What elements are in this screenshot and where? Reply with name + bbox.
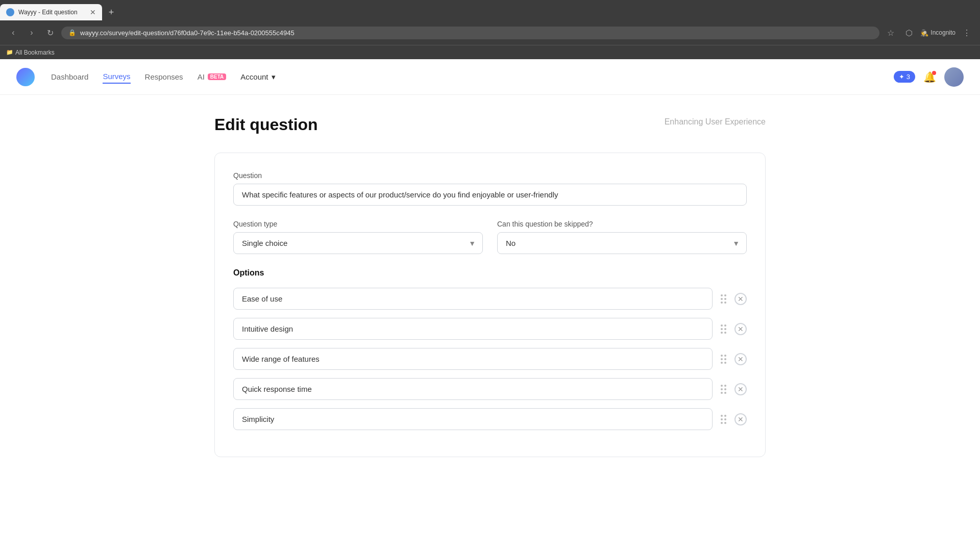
skip-col: Can this question be skipped? No Yes ▼ bbox=[497, 220, 747, 254]
options-title: Options bbox=[233, 268, 747, 278]
nav-ai-label: AI bbox=[198, 72, 205, 81]
nav-links: Dashboard Surveys Responses AI BETA Acco… bbox=[51, 70, 894, 84]
address-bar[interactable]: 🔒 wayyy.co/survey/edit-question/d76f0da0… bbox=[61, 27, 879, 39]
option-input-1[interactable] bbox=[233, 288, 713, 310]
browser-chrome: Wayyy - Edit question ✕ + ‹ › ↻ 🔒 wayyy.… bbox=[0, 0, 980, 59]
points-count: 3 bbox=[906, 73, 910, 81]
drag-handle-1[interactable] bbox=[719, 292, 728, 306]
page-title: Edit question bbox=[214, 115, 318, 134]
refresh-button[interactable]: ↻ bbox=[43, 26, 57, 40]
nav-responses[interactable]: Responses bbox=[145, 70, 183, 83]
nav-surveys[interactable]: Surveys bbox=[103, 70, 130, 84]
question-type-label: Question type bbox=[233, 220, 483, 228]
menu-icon[interactable]: ⋮ bbox=[960, 26, 974, 40]
points-badge[interactable]: ✦ 3 bbox=[894, 71, 915, 83]
page-header: Edit question Enhancing User Experience bbox=[214, 115, 766, 134]
beta-badge: BETA bbox=[208, 73, 226, 80]
new-tab-button[interactable]: + bbox=[104, 5, 118, 19]
app-container: Dashboard Surveys Responses AI BETA Acco… bbox=[0, 59, 980, 551]
remove-icon: ✕ bbox=[738, 325, 744, 333]
notification-dot bbox=[932, 71, 936, 75]
drag-dots bbox=[721, 324, 726, 334]
skip-label: Can this question be skipped? bbox=[497, 220, 747, 228]
remove-option-button-1[interactable]: ✕ bbox=[734, 293, 747, 305]
option-input-5[interactable] bbox=[233, 408, 713, 430]
drag-handle-2[interactable] bbox=[719, 322, 728, 336]
nav-dashboard[interactable]: Dashboard bbox=[51, 70, 88, 83]
nav-ai[interactable]: AI BETA bbox=[198, 70, 227, 83]
account-chevron-icon: ▾ bbox=[272, 72, 276, 82]
bookmarks-label: All Bookmarks bbox=[15, 49, 55, 56]
active-tab[interactable]: Wayyy - Edit question ✕ bbox=[0, 4, 102, 20]
extensions-icon[interactable]: ⬡ bbox=[902, 26, 916, 40]
form-card: Question Question type Single choice Mul… bbox=[214, 153, 766, 457]
nav-actions: ✦ 3 🔔 bbox=[894, 67, 964, 87]
options-list: ✕ ✕ ✕ ✕ bbox=[233, 288, 747, 430]
option-input-3[interactable] bbox=[233, 348, 713, 370]
remove-icon: ✕ bbox=[738, 385, 744, 393]
drag-handle-3[interactable] bbox=[719, 353, 728, 366]
nav-bar: Dashboard Surveys Responses AI BETA Acco… bbox=[0, 59, 980, 95]
drag-handle-5[interactable] bbox=[719, 413, 728, 426]
browser-toolbar: ‹ › ↻ 🔒 wayyy.co/survey/edit-question/d7… bbox=[0, 20, 980, 45]
incognito-icon: 🕵 bbox=[920, 29, 928, 37]
main-content: Edit question Enhancing User Experience … bbox=[184, 95, 796, 478]
remove-icon: ✕ bbox=[738, 295, 744, 303]
form-options-row: Question type Single choice Multiple cho… bbox=[233, 220, 747, 254]
option-row: ✕ bbox=[233, 408, 747, 430]
bookmarks-bar: 📁 All Bookmarks bbox=[0, 45, 980, 59]
option-row: ✕ bbox=[233, 288, 747, 310]
url-display: wayyy.co/survey/edit-question/d76f0da0-7… bbox=[80, 29, 872, 37]
drag-dots bbox=[721, 385, 726, 394]
nav-account[interactable]: Account ▾ bbox=[240, 70, 275, 84]
toolbar-actions: ☆ ⬡ 🕵 Incognito ⋮ bbox=[884, 26, 974, 40]
incognito-label: Incognito bbox=[930, 29, 955, 36]
tab-title: Wayyy - Edit question bbox=[18, 9, 78, 16]
question-type-wrapper: Single choice Multiple choice Text ▼ bbox=[233, 232, 483, 254]
drag-dots bbox=[721, 415, 726, 424]
all-bookmarks-link[interactable]: 📁 All Bookmarks bbox=[6, 49, 55, 56]
option-row: ✕ bbox=[233, 318, 747, 340]
survey-name: Enhancing User Experience bbox=[665, 117, 766, 127]
drag-handle-4[interactable] bbox=[719, 383, 728, 396]
question-type-select[interactable]: Single choice Multiple choice Text bbox=[233, 232, 483, 254]
tab-favicon bbox=[6, 8, 14, 16]
browser-tabs: Wayyy - Edit question ✕ + bbox=[0, 0, 980, 20]
bookmark-star-icon[interactable]: ☆ bbox=[884, 26, 898, 40]
option-row: ✕ bbox=[233, 348, 747, 370]
back-button[interactable]: ‹ bbox=[6, 26, 20, 40]
bookmark-folder-icon: 📁 bbox=[6, 49, 13, 56]
remove-icon: ✕ bbox=[738, 355, 744, 363]
question-section: Question bbox=[233, 171, 747, 206]
option-input-2[interactable] bbox=[233, 318, 713, 340]
question-input[interactable] bbox=[233, 184, 747, 206]
options-section: Options ✕ ✕ ✕ bbox=[233, 268, 747, 430]
remove-option-button-4[interactable]: ✕ bbox=[734, 383, 747, 395]
question-label: Question bbox=[233, 171, 747, 180]
points-icon: ✦ bbox=[899, 73, 904, 81]
forward-button[interactable]: › bbox=[24, 26, 39, 40]
question-type-col: Question type Single choice Multiple cho… bbox=[233, 220, 483, 254]
remove-option-button-5[interactable]: ✕ bbox=[734, 413, 747, 425]
user-avatar[interactable] bbox=[944, 67, 964, 87]
remove-icon: ✕ bbox=[738, 415, 744, 423]
tab-close-button[interactable]: ✕ bbox=[90, 8, 96, 16]
notification-button[interactable]: 🔔 bbox=[923, 71, 936, 83]
option-row: ✕ bbox=[233, 378, 747, 400]
nav-account-label: Account bbox=[240, 72, 268, 81]
lock-icon: 🔒 bbox=[68, 29, 76, 36]
skip-select[interactable]: No Yes bbox=[497, 232, 747, 254]
drag-dots bbox=[721, 294, 726, 304]
app-logo[interactable] bbox=[16, 68, 35, 86]
skip-wrapper: No Yes ▼ bbox=[497, 232, 747, 254]
remove-option-button-3[interactable]: ✕ bbox=[734, 353, 747, 365]
drag-dots bbox=[721, 355, 726, 364]
option-input-4[interactable] bbox=[233, 378, 713, 400]
remove-option-button-2[interactable]: ✕ bbox=[734, 323, 747, 335]
